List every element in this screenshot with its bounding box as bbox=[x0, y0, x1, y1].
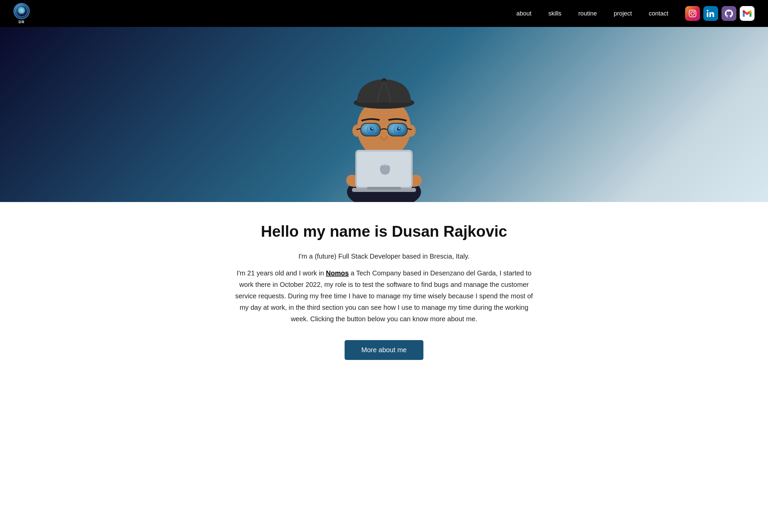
svg-point-26 bbox=[398, 128, 400, 129]
gmail-link[interactable] bbox=[740, 6, 755, 21]
svg-rect-5 bbox=[689, 10, 696, 17]
logo[interactable]: DR bbox=[13, 3, 30, 24]
logo-globe-svg bbox=[15, 5, 28, 17]
svg-point-23 bbox=[370, 127, 373, 131]
nav-item-routine[interactable]: routine bbox=[578, 10, 597, 17]
more-about-me-button[interactable]: More about me bbox=[345, 340, 424, 360]
logo-icon bbox=[13, 3, 30, 19]
hero-section:  bbox=[0, 27, 768, 202]
svg-point-14 bbox=[406, 125, 416, 137]
nomos-link[interactable]: Nomos bbox=[326, 269, 349, 277]
content-section: Hello my name is Dusan Rajkovic I'm a (f… bbox=[0, 202, 768, 387]
svg-point-7 bbox=[694, 11, 695, 12]
nav-item-about[interactable]: about bbox=[516, 10, 532, 17]
instagram-link[interactable] bbox=[685, 6, 700, 21]
nav-item-project[interactable]: project bbox=[614, 10, 632, 17]
nav-link-about[interactable]: about bbox=[516, 10, 532, 17]
nav-links: about skills routine project contact bbox=[516, 10, 668, 17]
nav-link-project[interactable]: project bbox=[614, 10, 632, 17]
svg-point-13 bbox=[352, 125, 362, 137]
svg-point-6 bbox=[691, 12, 694, 15]
instagram-icon bbox=[689, 9, 697, 18]
linkedin-icon bbox=[707, 9, 715, 18]
nav-item-skills[interactable]: skills bbox=[548, 10, 562, 17]
nav-item-contact[interactable]: contact bbox=[649, 10, 668, 17]
logo-initials: DR bbox=[19, 20, 25, 24]
github-icon bbox=[725, 9, 733, 18]
intro-paragraph-2: I'm 21 years old and I work in Nomos a T… bbox=[232, 267, 536, 325]
nav-link-contact[interactable]: contact bbox=[649, 10, 668, 17]
svg-rect-31 bbox=[367, 187, 401, 190]
nav-link-skills[interactable]: skills bbox=[548, 10, 562, 17]
intro-text-before-nomos: I'm 21 years old and I work in bbox=[236, 269, 324, 277]
social-links bbox=[685, 6, 755, 21]
nav-link-routine[interactable]: routine bbox=[578, 10, 597, 17]
navbar: DR about skills routine project contact bbox=[0, 0, 768, 27]
svg-point-24 bbox=[397, 127, 400, 131]
page-heading: Hello my name is Dusan Rajkovic bbox=[67, 222, 701, 240]
intro-text-after-nomos: a Tech Company based in Desenzano del Ga… bbox=[235, 269, 533, 323]
svg-point-25 bbox=[372, 128, 373, 129]
intro-paragraph-1: I'm a (future) Full Stack Developer base… bbox=[232, 251, 536, 262]
linkedin-link[interactable] bbox=[703, 6, 718, 21]
gmail-icon bbox=[743, 10, 751, 17]
avatar-svg:  bbox=[337, 47, 431, 202]
github-link[interactable] bbox=[722, 6, 736, 21]
avatar-container:  bbox=[333, 40, 435, 202]
